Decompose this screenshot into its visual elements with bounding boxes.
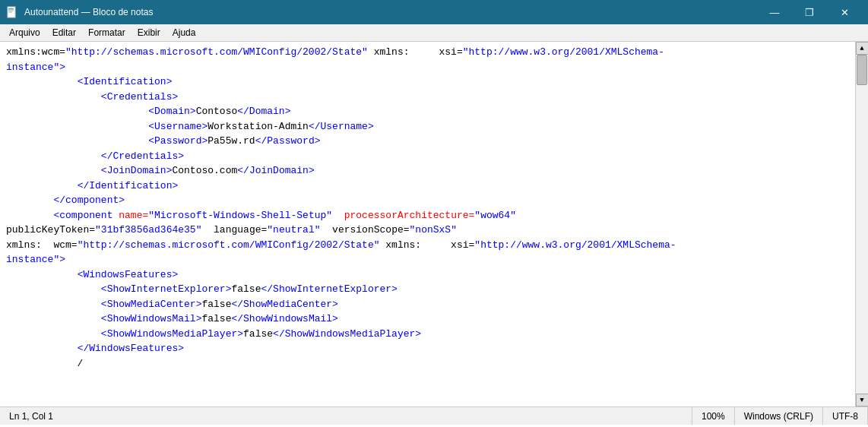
status-zoom-section: 100% [692,407,735,425]
cursor-position: Ln 1, Col 1 [9,411,53,422]
menu-arquivo[interactable]: Arquivo [3,26,46,40]
editor-text-area[interactable]: xmlns:wcm="http://schemas.microsoft.com/… [0,42,855,406]
app-icon [6,6,18,18]
menu-editar[interactable]: Editar [46,26,82,40]
svg-rect-3 [8,12,12,13]
status-encoding-section: UTF-8 [823,407,868,425]
status-bar: Ln 1, Col 1 100% Windows (CRLF) UTF-8 [0,406,868,425]
scroll-down-button[interactable]: ▼ [856,394,869,406]
minimize-button[interactable]: — [757,0,792,24]
menu-exibir[interactable]: Exibir [131,26,166,40]
window-controls: — ❐ ✕ [757,0,862,24]
status-position-section: Ln 1, Col 1 [0,407,692,425]
menu-bar: Arquivo Editar Formatar Exibir Ajuda [0,24,868,42]
close-button[interactable]: ✕ [827,0,862,24]
vertical-scrollbar[interactable]: ▲ ▼ [855,42,868,406]
maximize-button[interactable]: ❐ [792,0,827,24]
scroll-up-button[interactable]: ▲ [856,42,869,55]
line-ending: Windows (CRLF) [744,411,813,422]
encoding: UTF-8 [832,411,858,422]
scroll-thumb[interactable] [857,55,867,85]
scroll-track[interactable] [856,55,868,394]
window-title: Autounattend — Bloco de notas [24,7,757,17]
svg-rect-2 [8,11,14,11]
line-1: xmlns:wcm="http://schemas.microsoft.com/… [6,46,676,369]
zoom-level: 100% [702,411,725,422]
menu-ajuda[interactable]: Ajuda [166,26,202,40]
svg-rect-1 [8,8,14,10]
status-line-ending-section: Windows (CRLF) [735,407,823,425]
menu-formatar[interactable]: Formatar [82,26,131,40]
title-bar: Autounattend — Bloco de notas — ❐ ✕ [0,0,868,24]
editor-container: xmlns:wcm="http://schemas.microsoft.com/… [0,42,868,406]
